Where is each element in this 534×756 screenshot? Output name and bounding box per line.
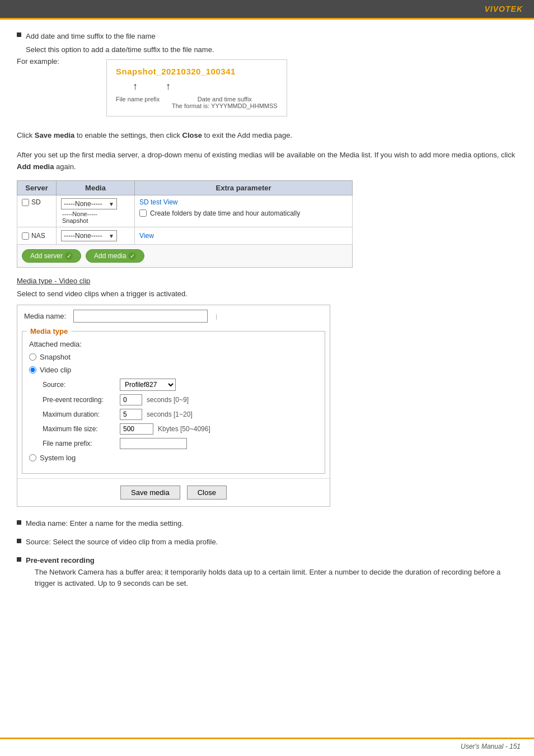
source-row: Source: Profilef827 <box>43 379 318 391</box>
sd-media-select[interactable]: -----None----- ▼ <box>61 198 117 209</box>
orange-divider-bottom <box>0 738 534 739</box>
bullet-preevent-desc: The Network Camera has a buffer area; it… <box>35 567 517 590</box>
pre-event-label: Pre-event recording: <box>43 396 115 404</box>
sd-view-link[interactable]: View <box>163 198 178 206</box>
max-filesize-label: Maximum file size: <box>43 425 115 433</box>
save-media-button[interactable]: Save media <box>120 486 180 500</box>
col-media: Media <box>57 181 135 195</box>
col-server: Server <box>17 181 57 195</box>
table-row-sd: SD -----None----- ▼ -----None----- Snaps… <box>17 195 353 227</box>
para-add-more: After you set up the first media server,… <box>17 150 517 173</box>
media-form: Media name: | Media type Attached media:… <box>17 305 330 507</box>
max-duration-row: Maximum duration: seconds [1~20] <box>43 409 318 420</box>
close-button[interactable]: Close <box>187 486 227 500</box>
resize-handle: | <box>216 313 217 320</box>
syslog-label: System log <box>40 454 76 462</box>
max-filesize-unit: Kbytes [50~4096] <box>158 425 210 433</box>
sd-media-option-snapshot: Snapshot <box>61 217 130 224</box>
bullet-icon <box>17 32 21 37</box>
example-box: Snapshot_20210320_100341 ↑ ↑ File name p… <box>106 59 287 116</box>
server-media-table: Server Media Extra parameter SD <box>17 180 353 245</box>
bullet-preevent-icon <box>17 557 21 562</box>
sd-label: SD <box>31 198 41 206</box>
para-save-media: Click Save media to enable the settings,… <box>17 130 517 142</box>
example-filename: Snapshot_20210320_100341 <box>116 67 278 76</box>
label-date-time: Date and time suffix The format is: YYYY… <box>172 96 278 109</box>
nas-media-select[interactable]: -----None----- ▼ <box>61 230 117 241</box>
page-footer: User's Manual - 151 <box>461 743 521 750</box>
form-buttons: Save media Close <box>17 478 330 506</box>
nas-view-link[interactable]: View <box>139 232 154 240</box>
bottom-bullet-source: Source: Select the source of video clip … <box>17 536 517 548</box>
bottom-bullet-medianame: Media name: Enter a name for the media s… <box>17 518 517 530</box>
bullet-medianame-icon <box>17 520 21 525</box>
max-filesize-row: Maximum file size: Kbytes [50~4096] <box>43 423 318 435</box>
nas-checkbox[interactable] <box>22 232 29 240</box>
add-server-icon: ✓ <box>65 252 73 260</box>
add-media-label: Add media <box>94 252 126 260</box>
pre-event-input[interactable] <box>120 394 142 405</box>
bullet-preevent-title: Pre-event recording <box>26 555 517 567</box>
bottom-bullet-preevent: Pre-event recording The Network Camera h… <box>17 555 517 590</box>
media-name-label: Media name: <box>24 312 69 320</box>
attached-media-label: Attached media: <box>29 340 318 348</box>
sd-test-link[interactable]: SD test <box>139 198 161 206</box>
filename-prefix-row: File name prefix: <box>43 438 318 449</box>
bottom-bullets: Media name: Enter a name for the media s… <box>17 518 517 590</box>
syslog-radio[interactable] <box>29 454 36 461</box>
bullet-source-icon <box>17 539 21 543</box>
max-duration-input[interactable] <box>120 409 142 420</box>
syslog-radio-row: System log <box>29 454 318 462</box>
add-media-icon: ✓ <box>128 252 136 260</box>
media-name-row: Media name: | <box>17 305 330 327</box>
media-type-desc: Select to send video clips when a trigge… <box>17 288 517 300</box>
create-folders-label: Create folders by date time and hour aut… <box>150 209 300 217</box>
date-suffix-desc: Select this option to add a date/time su… <box>26 44 517 55</box>
snapshot-radio-row: Snapshot <box>29 353 318 361</box>
col-extra: Extra parameter <box>135 181 353 195</box>
for-example-label: For example: <box>17 57 62 66</box>
add-media-button[interactable]: Add media ✓ <box>86 249 144 263</box>
videoclip-radio-row: Video clip <box>29 366 318 374</box>
max-filesize-input[interactable] <box>120 423 153 435</box>
videoclip-radio[interactable] <box>29 366 36 374</box>
snapshot-label: Snapshot <box>40 353 71 361</box>
arrow-filename: ↑ <box>133 81 138 92</box>
table-row-nas: NAS -----None----- ▼ View <box>17 227 353 245</box>
filename-prefix-label: File name prefix: <box>43 440 115 447</box>
media-type-fieldset: Media type Attached media: Snapshot Vide… <box>22 327 325 474</box>
media-type-legend: Media type <box>27 327 71 335</box>
top-bar: VIVOTEK <box>0 0 534 18</box>
filename-prefix-input[interactable] <box>120 438 187 449</box>
date-suffix-title: Add date and time suffix to the file nam… <box>26 31 156 42</box>
bullet-source-text: Source: Select the source of video clip … <box>26 536 218 548</box>
create-folders-checkbox[interactable] <box>139 209 147 217</box>
videoclip-label: Video clip <box>40 366 71 374</box>
source-select[interactable]: Profilef827 <box>120 379 176 391</box>
label-file-prefix: File name prefix <box>116 96 166 109</box>
bullet-medianame-text: Media name: Enter a name for the media s… <box>26 518 184 530</box>
nas-label: NAS <box>31 232 45 240</box>
date-suffix-section: Add date and time suffix to the file nam… <box>17 31 517 123</box>
snapshot-radio[interactable] <box>29 353 36 361</box>
max-duration-label: Maximum duration: <box>43 410 115 418</box>
server-media-table-container: Server Media Extra parameter SD <box>17 180 517 268</box>
media-type-heading: Media type - Video clip <box>17 277 517 285</box>
sd-checkbox[interactable] <box>22 199 29 206</box>
brand-logo: VIVOTEK <box>485 4 523 13</box>
add-server-label: Add server <box>30 252 63 260</box>
max-duration-unit: seconds [1~20] <box>147 410 193 418</box>
arrow-datetime: ↑ <box>166 81 171 92</box>
pre-event-unit: seconds [0~9] <box>147 396 189 404</box>
add-server-button[interactable]: Add server ✓ <box>22 249 81 263</box>
source-label: Source: <box>43 381 115 389</box>
videoclip-options: Source: Profilef827 Pre-event recording:… <box>43 379 318 449</box>
media-name-input[interactable] <box>73 310 208 323</box>
sd-media-option-none: -----None----- <box>61 211 130 217</box>
pre-event-row: Pre-event recording: seconds [0~9] <box>43 394 318 405</box>
